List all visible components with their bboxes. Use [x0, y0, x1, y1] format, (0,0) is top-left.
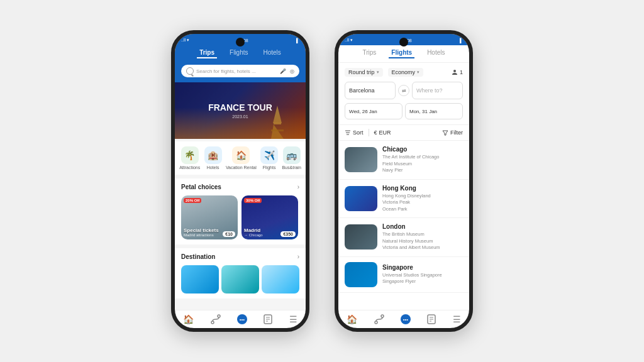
svg-point-10 — [453, 70, 456, 72]
scene: ..ll ▾ 05:08 ▌ Trips Flights Hotels Sear… — [0, 0, 644, 362]
date-inputs: Wed, 26 Jan Mon, 31 Jan — [345, 103, 463, 119]
bottom-route[interactable] — [211, 314, 221, 324]
attractions-label: Attractions — [179, 165, 200, 170]
depart-date: Wed, 26 Jan — [349, 109, 377, 114]
destination-title: Destination — [181, 253, 215, 260]
p2-nav-hotels[interactable]: Hotels — [425, 48, 447, 58]
trip-type-label: Round trip — [348, 69, 375, 75]
depart-date-input[interactable]: Wed, 26 Jan — [345, 103, 402, 119]
cabin-class-button[interactable]: Economy ▾ — [388, 68, 424, 77]
category-hotels[interactable]: 🏨 Hotels — [204, 146, 222, 170]
destination-section: Destination › — [175, 248, 306, 299]
sort-button[interactable]: Sort — [345, 129, 364, 136]
chicago-price: €350 — [280, 231, 296, 237]
dest-image-3[interactable] — [262, 265, 299, 293]
to-placeholder: Where to? — [416, 87, 443, 94]
phone-2-top-nav: Trips Flights Hotels — [338, 45, 469, 63]
p2-bottom-dots[interactable]: ••• — [401, 314, 411, 324]
chicago-badge: 30% Off — [244, 198, 262, 203]
chicago-card-city: Madrid — [244, 228, 263, 233]
dest-item-hongkong[interactable]: Hong Kong Hong Kong Disneyland Victoria … — [338, 180, 469, 219]
petal-cards: Special tickets Madrid attractions 20% O… — [175, 193, 306, 244]
category-vacation[interactable]: 🏠 Vacation Rental — [226, 146, 257, 170]
p2-bottom-route[interactable] — [374, 314, 384, 324]
dest-item-singapore[interactable]: Singapore Universal Studios Singapore Si… — [338, 257, 469, 293]
destination-arrow-icon[interactable]: › — [297, 253, 299, 260]
search-input[interactable]: Search for flights, hotels ... 🎤 ◎ — [181, 65, 299, 77]
destination-images — [175, 263, 306, 299]
swap-button[interactable]: ⇄ — [398, 85, 409, 96]
bottom-dots[interactable]: ••• — [237, 314, 247, 324]
chicago-thumb — [345, 147, 377, 172]
petal-card-madrid[interactable]: Special tickets Madrid attractions 20% O… — [181, 195, 238, 239]
hotels-label: Hotels — [207, 165, 219, 170]
bar-divider-1 — [369, 129, 369, 136]
london-city: London — [382, 223, 463, 230]
madrid-card-desc: Madrid attractions — [184, 233, 219, 237]
filter-label: Filter — [450, 129, 463, 136]
return-date-input[interactable]: Mon, 31 Jan — [405, 103, 463, 119]
search-placeholder: Search for flights, hotels ... — [196, 69, 256, 74]
flight-options: Round trip ▾ Economy ▾ 1 — [345, 68, 463, 77]
passenger-number: 1 — [460, 69, 463, 75]
dest-image-2[interactable] — [221, 265, 259, 293]
singapore-city: Singapore — [382, 264, 463, 271]
currency-symbol: € — [374, 129, 377, 136]
petal-arrow-icon[interactable]: › — [297, 184, 299, 190]
battery-icon: ▌ — [296, 38, 299, 43]
trip-type-chevron: ▾ — [377, 70, 379, 75]
p2-nav-trips[interactable]: Trips — [360, 48, 379, 58]
phone-1-screen: ..ll ▾ 05:08 ▌ Trips Flights Hotels Sear… — [175, 34, 306, 328]
p2-battery-icon: ▌ — [460, 38, 463, 43]
flights-label: Flights — [263, 165, 276, 170]
dest-item-london[interactable]: London The British Museum Natural Histor… — [338, 218, 469, 257]
p2-dots-icon: ••• — [401, 314, 411, 324]
bottom-menu[interactable]: ☰ — [289, 314, 297, 324]
category-flights[interactable]: ✈️ Flights — [260, 146, 278, 170]
phone-1-content: FRANCE TOUR 2023.01 🌴 Attractions 🏨 Hote… — [175, 82, 306, 310]
phone-2-screen: ..ll ▾ 05:08 ▌ Trips Flights Hotels Roun… — [338, 34, 469, 328]
p2-nav-flights[interactable]: Flights — [389, 48, 414, 58]
nav-flights[interactable]: Flights — [227, 48, 250, 58]
phone-2-bottom-nav: 🏠 ••• — [338, 310, 469, 328]
trip-type-button[interactable]: Round trip ▾ — [345, 68, 383, 77]
category-bus-train[interactable]: 🚌 Bus&train — [282, 146, 301, 170]
dest-item-chicago[interactable]: Chicago The Art Institute of Chicago Fie… — [338, 141, 469, 180]
person-icon — [452, 69, 458, 75]
to-input[interactable]: Where to? — [412, 82, 463, 99]
p2-signal-icon: ..ll ▾ — [345, 38, 353, 43]
passenger-count[interactable]: 1 — [452, 69, 463, 75]
from-input[interactable]: Barcelona — [345, 82, 396, 99]
phone-2: ..ll ▾ 05:08 ▌ Trips Flights Hotels Roun… — [335, 30, 473, 332]
bus-train-label: Bus&train — [282, 165, 301, 170]
bottom-receipt[interactable] — [264, 314, 272, 324]
phone-1-notch — [236, 38, 245, 47]
categories: 🌴 Attractions 🏨 Hotels 🏠 Vacation Rental… — [175, 141, 306, 175]
phone-2-notch — [399, 38, 408, 47]
filter-icon — [442, 129, 448, 136]
category-attractions[interactable]: 🌴 Attractions — [179, 146, 200, 170]
cabin-class-chevron: ▾ — [417, 70, 419, 75]
bottom-home[interactable]: 🏠 — [183, 314, 194, 324]
camera-icon[interactable]: ◎ — [290, 69, 294, 74]
london-thumb — [345, 224, 377, 250]
p2-bottom-home[interactable]: 🏠 — [347, 314, 357, 324]
dest-image-1[interactable] — [181, 265, 219, 293]
vacation-label: Vacation Rental — [226, 165, 257, 170]
madrid-card-bottom: Special tickets Madrid attractions — [184, 228, 219, 237]
attractions-icon: 🌴 — [181, 146, 199, 164]
singapore-thumb — [345, 262, 377, 287]
p2-bottom-receipt[interactable] — [427, 314, 436, 324]
petal-title: Petal choices — [181, 184, 221, 190]
flights-content: Round trip ▾ Economy ▾ 1 — [338, 63, 469, 310]
nav-trips[interactable]: Trips — [197, 48, 217, 58]
madrid-badge: 20% Off — [184, 198, 201, 203]
hongkong-attractions: Hong Kong Disneyland Victoria Peak Ocean… — [382, 193, 463, 213]
p2-bottom-menu[interactable]: ☰ — [453, 314, 461, 324]
nav-hotels[interactable]: Hotels — [261, 48, 284, 58]
filter-button[interactable]: Filter — [442, 129, 463, 136]
mic-icon[interactable]: 🎤 — [280, 69, 286, 74]
currency-button[interactable]: € EUR — [374, 129, 391, 136]
petal-card-chicago[interactable]: Madrid → Chicago 30% Off €350 — [242, 195, 298, 239]
hero-banner: FRANCE TOUR 2023.01 — [175, 82, 306, 139]
